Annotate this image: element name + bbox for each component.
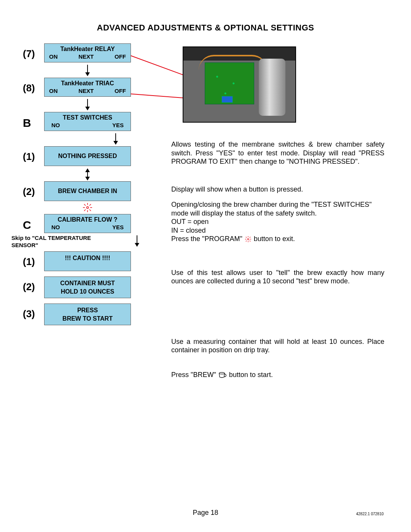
lcd-brew-chamber-in: BREW CHAMBER IN <box>44 181 131 201</box>
lcd-line2: BREW TO START <box>47 315 128 323</box>
opt-no: NO <box>51 224 60 230</box>
lcd-text: !!! CAUTION !!!! <box>45 252 131 270</box>
lcd-line1: CONTAINER MUST <box>47 279 128 288</box>
desc-test-switches: Allows testing of the membrane switches … <box>171 140 384 166</box>
lcd-text: BREW CHAMBER IN <box>45 182 131 200</box>
program-sun-icon <box>244 236 252 243</box>
lcd-line2: HOLD 10 OUNCES <box>47 288 128 296</box>
page-number: Page 18 <box>0 509 411 517</box>
svg-point-13 <box>87 207 89 209</box>
doc-code: 42822.1 072810 <box>356 512 384 516</box>
lcd-options: NO YES <box>45 224 131 233</box>
svg-point-24 <box>247 238 249 240</box>
p3c: IN = closed <box>171 227 206 234</box>
p3d-pre: Press the "PROGRAM" <box>171 235 244 243</box>
lcd-title: TankHeater RELAY <box>45 44 131 53</box>
left-column: (7) TankHeater RELAY ON NEXT OFF (8) Tan… <box>23 43 183 327</box>
svg-line-19 <box>89 209 91 211</box>
double-arrow-icon <box>44 168 131 181</box>
step-7-row: (7) TankHeater RELAY ON NEXT OFF <box>23 43 183 62</box>
p6-post: button to start. <box>229 371 273 379</box>
desc-press-brew: Press "BREW" button to start. <box>171 371 384 379</box>
lcd-title: CALIBRATE FLOW ? <box>45 215 131 224</box>
svg-marker-12 <box>85 177 90 181</box>
svg-line-29 <box>246 237 247 238</box>
opt-off: OFF <box>115 88 126 94</box>
svg-marker-23 <box>135 243 139 247</box>
device-photo <box>183 46 296 123</box>
step-B-num: B <box>23 112 44 129</box>
lcd-test-switches: TEST SWITCHES NO YES <box>44 112 131 131</box>
right-column: Allows testing of the membrane switches … <box>171 43 384 379</box>
opt-on: ON <box>49 88 58 94</box>
page-title: ADVANCED ADJUSTMENTS & OPTIONAL SETTINGS <box>0 0 411 43</box>
svg-line-31 <box>250 237 250 238</box>
opt-off: OFF <box>115 53 126 60</box>
svg-marker-9 <box>113 141 118 145</box>
step-C-num: C <box>23 214 44 232</box>
arrow-down-icon <box>44 64 131 78</box>
program-sun-icon <box>44 203 131 214</box>
arrow-down-icon <box>44 133 131 146</box>
lcd-title: TEST SWITCHES <box>45 113 131 122</box>
svg-line-21 <box>84 209 86 211</box>
svg-line-20 <box>89 204 91 206</box>
step-7-num: (7) <box>23 43 44 60</box>
lcd-options: ON NEXT OFF <box>45 53 131 62</box>
opt-next: NEXT <box>78 88 94 94</box>
opt-next: NEXT <box>78 53 94 60</box>
p3b: OUT = open <box>171 218 209 225</box>
lcd-options: NO YES <box>45 122 131 131</box>
step-B1-num: (1) <box>23 146 44 163</box>
lcd-calibrate-flow: CALIBRATE FLOW ? NO YES <box>44 214 131 233</box>
lcd-press-brew: PRESS BREW TO START <box>44 304 131 325</box>
p3d-post: button to exit. <box>254 235 295 243</box>
step-C-row: C CALIBRATE FLOW ? NO YES <box>23 214 183 233</box>
svg-marker-5 <box>85 72 90 76</box>
lcd-title: TankHeater TRIAC <box>45 78 131 88</box>
desc-calibrate-flow: Use of this test allows user to "tell" t… <box>171 268 384 286</box>
opt-on: ON <box>49 53 58 60</box>
desc-brew-chamber: Opening/closing the brew chamber during … <box>171 200 384 243</box>
lcd-tankheater-triac: TankHeater TRIAC ON NEXT OFF <box>44 78 131 97</box>
p6-pre: Press "BREW" <box>171 371 218 379</box>
opt-no: NO <box>51 122 60 128</box>
opt-yes: YES <box>112 224 124 230</box>
step-B2-num: (2) <box>23 181 44 198</box>
lcd-line1: PRESS <box>47 306 128 315</box>
step-B1-row: (1) NOTHING PRESSED <box>23 146 183 166</box>
lcd-text: CONTAINER MUST HOLD 10 OUNCES <box>45 277 131 298</box>
step-C2-num: (2) <box>23 276 44 293</box>
lcd-container-must: CONTAINER MUST HOLD 10 OUNCES <box>44 276 131 298</box>
lcd-caution: !!! CAUTION !!!! <box>44 251 131 271</box>
lcd-nothing-pressed: NOTHING PRESSED <box>44 146 131 166</box>
step-C3-num: (3) <box>23 304 44 320</box>
step-C3-row: (3) PRESS BREW TO START <box>23 304 183 325</box>
step-C1-row: (1) !!! CAUTION !!!! <box>23 251 183 271</box>
step-C1-num: (1) <box>23 251 44 268</box>
step-8-row: (8) TankHeater TRIAC ON NEXT OFF <box>23 78 183 97</box>
lcd-text: PRESS BREW TO START <box>45 304 131 325</box>
svg-line-18 <box>84 204 86 206</box>
svg-line-30 <box>250 241 250 241</box>
arrow-down-icon <box>65 235 152 248</box>
svg-line-32 <box>246 241 247 241</box>
lcd-text: NOTHING PRESSED <box>45 147 131 165</box>
svg-point-33 <box>219 372 225 374</box>
arrow-down-icon <box>44 98 131 112</box>
cup-icon <box>218 372 227 379</box>
desc-container: Use a measuring container that will hold… <box>171 337 384 355</box>
lcd-options: ON NEXT OFF <box>45 88 131 96</box>
lcd-tankheater-relay: TankHeater RELAY ON NEXT OFF <box>44 43 131 62</box>
step-C2-row: (2) CONTAINER MUST HOLD 10 OUNCES <box>23 276 183 298</box>
desc-display-button: Display will show when a button is press… <box>171 185 384 194</box>
p3a: Opening/closing the brew chamber during … <box>171 201 372 217</box>
step-B2-row: (2) BREW CHAMBER IN <box>23 181 183 201</box>
step-8-num: (8) <box>23 78 44 94</box>
svg-marker-7 <box>85 107 90 110</box>
step-B-row: B TEST SWITCHES NO YES <box>23 112 183 131</box>
opt-yes: YES <box>112 122 124 128</box>
